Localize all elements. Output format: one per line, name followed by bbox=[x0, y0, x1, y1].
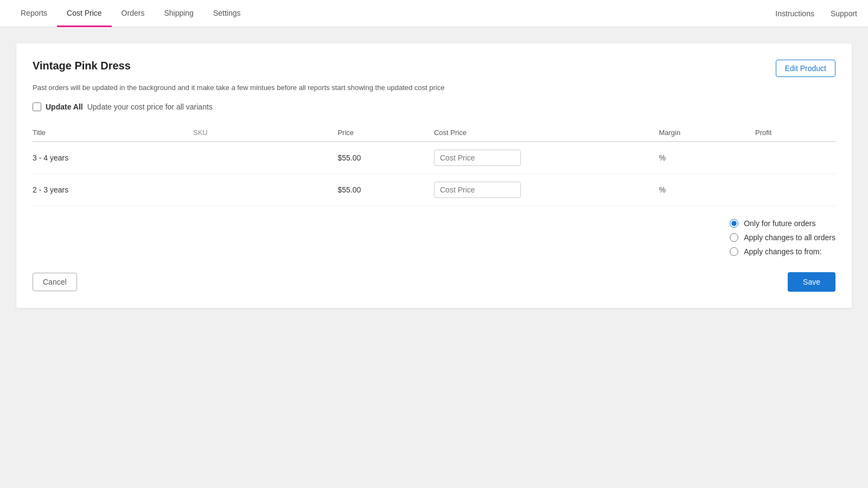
radio-row-future: Only for future orders bbox=[730, 219, 835, 228]
header-sku: SKU bbox=[193, 124, 337, 142]
variant-sku-2 bbox=[193, 174, 337, 206]
cancel-button[interactable]: Cancel bbox=[33, 273, 77, 291]
main-content: Vintage Pink Dress Edit Product Past ord… bbox=[0, 27, 868, 488]
tab-reports[interactable]: Reports bbox=[11, 0, 57, 27]
card-header: Vintage Pink Dress Edit Product bbox=[33, 60, 835, 77]
variant-sku-1 bbox=[193, 142, 337, 174]
radio-options: Only for future orders Apply changes to … bbox=[730, 219, 835, 256]
variant-cost-cell-1 bbox=[434, 142, 659, 174]
variant-margin-2: % bbox=[659, 174, 755, 206]
radio-future-orders[interactable] bbox=[730, 219, 738, 228]
nav-tabs-left: Reports Cost Price Orders Shipping Setti… bbox=[11, 0, 251, 27]
product-card: Vintage Pink Dress Edit Product Past ord… bbox=[16, 43, 852, 308]
radio-from-date[interactable] bbox=[730, 247, 738, 256]
variant-title-2: 2 - 3 years bbox=[33, 174, 193, 206]
instructions-link[interactable]: Instructions bbox=[775, 9, 814, 18]
header-price: Price bbox=[337, 124, 434, 142]
update-all-checkbox[interactable] bbox=[33, 102, 41, 111]
product-title: Vintage Pink Dress bbox=[33, 60, 131, 72]
variant-margin-1: % bbox=[659, 142, 755, 174]
table-row: 3 - 4 years $55.00 % bbox=[33, 142, 835, 174]
update-all-desc: Update your cost price for all variants bbox=[87, 102, 213, 111]
support-link[interactable]: Support bbox=[831, 9, 857, 18]
cost-price-input-1[interactable] bbox=[434, 150, 521, 166]
radio-row-all: Apply changes to all orders bbox=[730, 233, 835, 242]
radio-and-actions: Only for future orders Apply changes to … bbox=[33, 219, 835, 292]
tab-cost-price[interactable]: Cost Price bbox=[57, 0, 112, 27]
radio-row-from: Apply changes to from: bbox=[730, 247, 835, 256]
tab-shipping[interactable]: Shipping bbox=[154, 0, 203, 27]
variant-cost-cell-2 bbox=[434, 174, 659, 206]
margin-pct-1: % bbox=[659, 153, 665, 162]
variant-price-1: $55.00 bbox=[337, 142, 434, 174]
update-all-label: Update All bbox=[46, 102, 83, 111]
radio-future-orders-label: Only for future orders bbox=[744, 219, 815, 228]
variant-profit-1 bbox=[755, 142, 835, 174]
variant-title-1: 3 - 4 years bbox=[33, 142, 193, 174]
tab-settings[interactable]: Settings bbox=[203, 0, 251, 27]
update-all-row: Update All Update your cost price for al… bbox=[33, 102, 835, 111]
notice-text: Past orders will be updated in the backg… bbox=[33, 84, 835, 92]
header-profit: Profit bbox=[755, 124, 835, 142]
header-cost-price: Cost Price bbox=[434, 124, 659, 142]
variant-price-2: $55.00 bbox=[337, 174, 434, 206]
edit-product-button[interactable]: Edit Product bbox=[776, 60, 835, 77]
nav-links-right: Instructions Support bbox=[775, 0, 857, 27]
header-title: Title bbox=[33, 124, 193, 142]
radio-all-orders-label: Apply changes to all orders bbox=[744, 233, 835, 242]
header-margin: Margin bbox=[659, 124, 755, 142]
variant-profit-2 bbox=[755, 174, 835, 206]
tab-orders[interactable]: Orders bbox=[112, 0, 155, 27]
variants-table: Title SKU Price Cost Price Margin Profit… bbox=[33, 124, 835, 206]
table-row: 2 - 3 years $55.00 % bbox=[33, 174, 835, 206]
radio-all-orders[interactable] bbox=[730, 233, 738, 242]
action-row: Cancel Save bbox=[33, 272, 835, 292]
table-header-row: Title SKU Price Cost Price Margin Profit bbox=[33, 124, 835, 142]
margin-pct-2: % bbox=[659, 185, 665, 194]
cost-price-input-2[interactable] bbox=[434, 182, 521, 198]
save-button[interactable]: Save bbox=[788, 272, 835, 292]
top-nav: Reports Cost Price Orders Shipping Setti… bbox=[0, 0, 868, 27]
radio-from-date-label: Apply changes to from: bbox=[744, 247, 821, 256]
